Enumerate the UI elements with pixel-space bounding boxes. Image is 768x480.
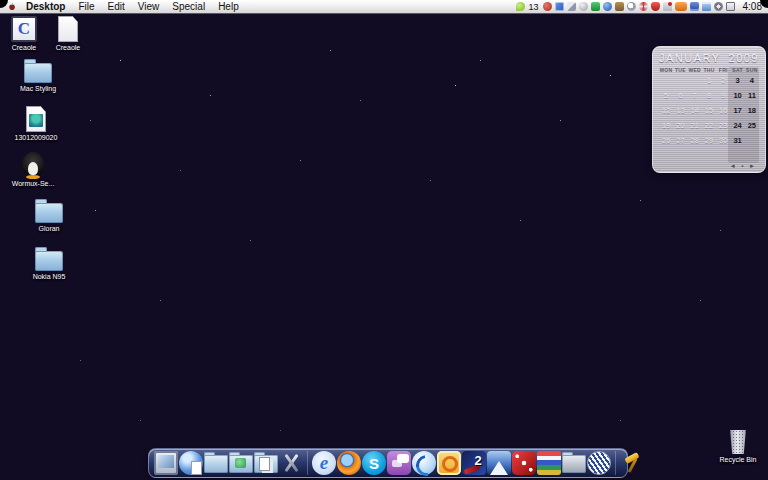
desktop-icon-label: Nokia N95 (33, 273, 66, 281)
calendar-day-11[interactable]: 11 (745, 88, 759, 103)
calendar-day-13[interactable]: 13 (673, 103, 687, 118)
calendar-day-16[interactable]: 16 (716, 103, 730, 118)
calendar-day-27[interactable]: 27 (673, 133, 687, 148)
calendar-day-2[interactable]: 2 (716, 73, 730, 88)
blue-globe-icon[interactable] (603, 2, 612, 11)
calendar-day-21[interactable]: 21 (688, 118, 702, 133)
menu-help[interactable]: Help (218, 0, 239, 13)
image-icon (26, 106, 46, 132)
calendar-day-19[interactable]: 19 (659, 118, 673, 133)
appc-icon: C (11, 16, 37, 42)
users-icon[interactable] (690, 2, 699, 11)
dock-programs-folder[interactable] (229, 455, 253, 473)
display-icon[interactable] (726, 2, 735, 11)
dock-chat-app[interactable] (387, 451, 411, 475)
calendar-day-15[interactable]: 15 (702, 103, 716, 118)
antivirus-leaf-icon[interactable] (516, 2, 525, 11)
calendar-nav-buttons[interactable]: ◄ ▪ ► (730, 163, 757, 169)
calendar-day-3[interactable]: 3 (730, 73, 744, 88)
calendar-day-30[interactable]: 30 (716, 133, 730, 148)
dock-ski-game[interactable] (487, 451, 511, 475)
menu-file[interactable]: File (78, 0, 94, 13)
security-shield-icon[interactable] (651, 2, 660, 11)
menu-edit[interactable]: Edit (108, 0, 125, 13)
calendar-day-26[interactable]: 26 (659, 133, 673, 148)
calendar-week-row: 19202122232425 (659, 118, 759, 133)
dock-skype[interactable]: S (362, 451, 386, 475)
calendar-day-5[interactable]: 5 (659, 88, 673, 103)
dock-gold-hammer[interactable] (620, 451, 644, 475)
calendar-day-10[interactable]: 10 (730, 88, 744, 103)
penguin-icon (22, 152, 44, 178)
dock-network-globe[interactable] (179, 451, 203, 475)
dock-firefox[interactable] (337, 451, 361, 475)
desktop-icon-creaole[interactable]: Creaole (46, 16, 90, 52)
wrench-icon[interactable] (567, 2, 576, 11)
desktop-screen: DesktopFileEditViewSpecialHelp 134:08 CC… (0, 0, 768, 480)
dock-documents-folder[interactable] (204, 455, 228, 473)
calendar-day-18[interactable]: 18 (745, 103, 759, 118)
desktop-icon-wormux-se[interactable]: Wormux-Se... (2, 152, 64, 188)
dock-poker-chips[interactable] (537, 451, 561, 475)
apple-logo-icon[interactable] (6, 1, 18, 13)
calendar-day-4[interactable]: 4 (745, 73, 759, 88)
desktop-icon-label: 13012009020 (15, 134, 58, 142)
calendar-day-22[interactable]: 22 (702, 118, 716, 133)
desktop-icon-nokia-n95[interactable]: Nokia N95 (24, 246, 74, 281)
dock-media-app[interactable] (437, 451, 461, 475)
calendar-day-25[interactable]: 25 (745, 118, 759, 133)
calendar-day-6[interactable]: 6 (673, 88, 687, 103)
calendar-day-12[interactable]: 12 (659, 103, 673, 118)
document-icon (58, 16, 78, 42)
search-icon[interactable] (627, 2, 636, 11)
green-app-icon[interactable] (591, 2, 600, 11)
desktop-icon-label: Mac Styling (20, 85, 56, 93)
modem-icon[interactable] (675, 2, 687, 11)
calendar-day-23[interactable]: 23 (716, 118, 730, 133)
swirl-icon[interactable] (639, 2, 648, 11)
trash-icon (729, 430, 747, 454)
desktop-icon-recycle-bin[interactable]: Recycle Bin (712, 428, 764, 464)
calendar-day-20[interactable]: 20 (673, 118, 687, 133)
calendar-day-14[interactable]: 14 (688, 103, 702, 118)
gray-sphere-icon[interactable] (579, 2, 588, 11)
desktop-icon-13012009020[interactable]: 13012009020 (2, 106, 70, 142)
dock-crest-logo[interactable] (587, 451, 611, 475)
briefcase-icon[interactable] (615, 2, 624, 11)
desktop-icon-label: Creaole (12, 44, 37, 52)
dock-utilities-tools[interactable] (279, 451, 303, 475)
calendar-widget[interactable]: JANUARY 2009 MONTUEWEDTHUFRISATSUN 12345… (652, 46, 766, 173)
dock-files-folder[interactable] (254, 455, 278, 473)
dock-open-folder[interactable] (562, 455, 586, 473)
dock-game-2[interactable]: 2 (462, 451, 486, 475)
calendar-day-8[interactable]: 8 (702, 88, 716, 103)
menu-list: DesktopFileEditViewSpecialHelp (26, 0, 239, 13)
desktop-icon-gloran[interactable]: Gloran (24, 198, 74, 233)
desktop-icon-creaole[interactable]: CCreaole (2, 16, 46, 52)
menu-view[interactable]: View (138, 0, 160, 13)
desktop-manager-icon[interactable] (555, 2, 564, 11)
menu-special[interactable]: Special (172, 0, 205, 13)
menu-desktop[interactable]: Desktop (26, 0, 65, 13)
dock-my-computer[interactable] (154, 451, 178, 475)
calendar-day-29[interactable]: 29 (702, 133, 716, 148)
calendar-day-7[interactable]: 7 (688, 88, 702, 103)
calendar-day-28[interactable]: 28 (688, 133, 702, 148)
window-icon[interactable] (702, 2, 711, 11)
dock-internet-explorer[interactable]: e (312, 451, 336, 475)
desktop-icon-mac-styling[interactable]: Mac Styling (8, 58, 68, 93)
clock-icon[interactable] (714, 2, 723, 11)
calendar-day-17[interactable]: 17 (730, 103, 744, 118)
calendar-day-empty (659, 73, 673, 88)
tray-counter[interactable]: 13 (529, 2, 539, 12)
red-status-icon[interactable] (543, 2, 552, 11)
calendar-day-31[interactable]: 31 (730, 133, 744, 148)
calendar-week-row: 567891011 (659, 88, 759, 103)
calendar-day-1[interactable]: 1 (702, 73, 716, 88)
dock-messenger[interactable] (412, 451, 436, 475)
calendar-day-9[interactable]: 9 (716, 88, 730, 103)
volume-muted-icon[interactable] (663, 2, 672, 11)
dock-dice-game[interactable] (512, 451, 536, 475)
calendar-day-24[interactable]: 24 (730, 118, 744, 133)
calendar-grid: 1234567891011121314151617181920212223242… (659, 73, 759, 148)
